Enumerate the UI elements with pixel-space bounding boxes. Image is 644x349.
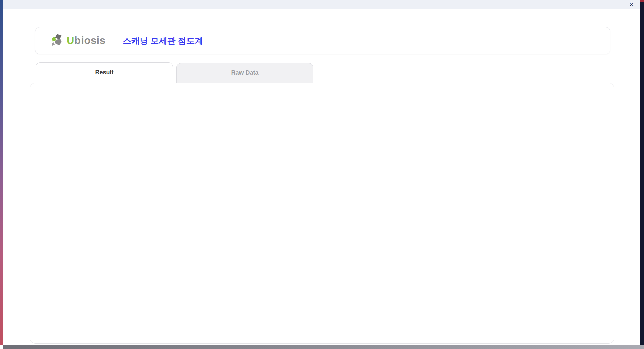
app-window: × Ubiosis 스캐닝 모세관 점도계 Result Raw Data i …	[3, 0, 640, 345]
wallpaper-right-sliver	[640, 0, 644, 345]
tab-result[interactable]: Result	[36, 62, 173, 83]
header-card: Ubiosis 스캐닝 모세관 점도계	[35, 27, 610, 54]
ubiosis-logo-icon	[51, 34, 65, 48]
window-titlebar: ×	[3, 0, 640, 9]
app-title: 스캐닝 모세관 점도계	[123, 35, 203, 46]
ubiosis-logo: Ubiosis	[51, 34, 105, 48]
tab-raw-data[interactable]: Raw Data	[176, 63, 313, 83]
wallpaper-right-accent	[640, 0, 644, 2]
result-panel	[30, 83, 614, 344]
logo-text: Ubiosis	[67, 35, 105, 47]
close-icon[interactable]: ×	[627, 1, 635, 9]
window-bottom-edge	[3, 345, 644, 349]
wallpaper-left-sliver	[0, 0, 3, 345]
